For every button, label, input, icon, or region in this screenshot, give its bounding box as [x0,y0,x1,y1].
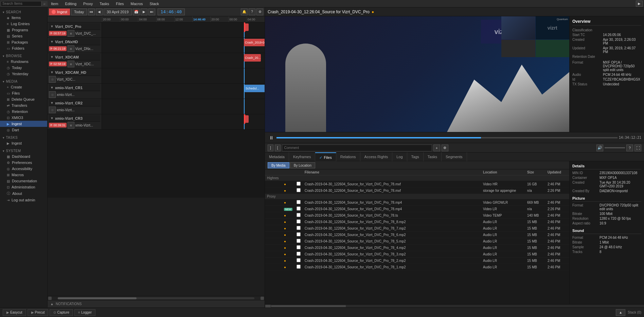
sidebar-item-yesterday[interactable]: ◷Yesterday [0,71,47,77]
sidebar-item-preferences[interactable]: ⚙Preferences [0,160,47,166]
scroll-left-btn[interactable] [265,305,271,307]
sidebar-item-logout[interactable]: ⇥Log out admin [0,197,47,203]
file-checkbox-9[interactable] [297,245,301,249]
sidebar-item-folders[interactable]: ▭Folders [0,45,47,51]
sidebar-section-browse-header[interactable]: BROWSE [0,53,47,59]
file-row-11[interactable]: ● Crash-2019-04-30_122604_Source_for_Viz… [265,257,569,264]
file-row-3[interactable]: NEW Crash-2019-04-30_122604_Source_for_V… [265,206,569,212]
sidebar-section-tasks-header[interactable]: TASKS [0,134,47,140]
sidebar-item-xmio3[interactable]: ⊡XMIO3 [0,115,47,121]
skip-forward-button[interactable]: ⏭ [148,9,155,15]
file-row-7[interactable]: ● Crash-2019-04-30_122604_Source_for_Viz… [265,232,569,238]
back-button[interactable]: ◀ [96,9,103,15]
comment-input[interactable] [282,145,432,151]
sub-tab-by-media[interactable]: By Media [268,162,289,168]
easycut-button[interactable]: ▶ Easycut [3,309,26,316]
stack-collapse-button[interactable]: ▲ [616,309,625,316]
timeline-clips-5[interactable] [102,99,265,114]
sidebar-section-system-header[interactable]: SYSTEM [0,148,47,153]
tab-metadata[interactable]: Metadata [265,152,289,161]
tab-segments[interactable]: Segments [442,152,467,161]
sidebar-section-search-header[interactable]: SEARCH [0,9,47,15]
file-checkbox-11[interactable] [297,258,301,262]
fullscreen-button[interactable]: ⛶ [634,145,641,151]
tab-keyframes[interactable]: Keyframes [289,152,316,161]
menu-item-1[interactable]: Editing [61,0,80,7]
row-group-header-4[interactable]: ▼ xmio-Vizrt_CR1 [49,84,100,91]
file-checkbox-5[interactable] [297,219,301,223]
file-row-9[interactable]: ● Crash-2019-04-30_122604_Source_for_Viz… [265,245,569,251]
sidebar-item-log-entries[interactable]: ≡Log Entries [0,21,47,27]
pause-button[interactable]: ⏸ [268,134,275,141]
today-button[interactable]: Today [71,9,87,15]
file-checkbox-10[interactable] [297,252,301,256]
sidebar-item-programs[interactable]: ▦Programs [0,27,47,33]
precut-button[interactable]: ▶ Precut [28,309,49,316]
sidebar-item-dart[interactable]: ◎Dart [0,127,47,133]
capture-button[interactable]: ⊙ Capture [50,309,73,316]
sidebar-item-dashboard[interactable]: ▦Dashboard [0,153,47,160]
bracket-in-button[interactable]: ] [268,145,273,151]
file-checkbox-6[interactable] [297,226,301,230]
skip-back-button[interactable]: ⏮ [88,9,95,15]
play-button[interactable]: ▶ [141,9,147,15]
clip-2[interactable]: Crash_20... [244,54,261,62]
sidebar-item-series[interactable]: ▤Series [0,33,47,39]
file-checkbox-8[interactable] [297,239,301,243]
sidebar-item-today[interactable]: ◷Today [0,65,47,71]
sidebar-item-accessibility[interactable]: ◎Accessibility [0,166,47,172]
volume-button[interactable]: 🔊 [596,145,603,151]
row-group-header-6[interactable]: ▼ xmio-Vizrt_CR3 [49,115,100,122]
volume-slider[interactable] [605,147,625,148]
timeline-clips-3[interactable] [102,68,265,83]
timeline-clips-1[interactable]: Crash_2019-04-30_12... [102,38,265,53]
sidebar-item-rundowns[interactable]: ≡Rundowns [0,59,47,65]
scroll-h-thumb[interactable] [271,305,346,307]
content-scrollbar[interactable] [265,304,644,307]
file-checkbox-1[interactable] [297,188,301,192]
file-row-0[interactable]: ● Crash-2019-04-30_122604_Source_for_Viz… [265,181,569,187]
info-button[interactable]: ? [626,145,633,151]
timeline-clips-6[interactable] [102,114,265,129]
file-checkbox-4[interactable] [297,213,301,217]
notification-expand-icon[interactable]: ▲ [50,302,54,306]
sidebar-item-files[interactable]: ▭Files [0,90,47,96]
sidebar-item-documentation[interactable]: ▤Documentation [0,178,47,184]
sidebar-item-transfers[interactable]: ⇄Transfers [0,102,47,109]
menu-item-6[interactable]: Stack [146,0,163,7]
scroll-thumb[interactable] [58,297,137,299]
sidebar-item-macros[interactable]: ⊞Macros [0,172,47,178]
file-checkbox-0[interactable] [297,182,301,186]
file-row-12[interactable]: ● Crash-2019-04-30_122604_Source_for_Viz… [265,264,569,270]
row-group-header-0[interactable]: ▼ Vizrt_DVC_Pro [49,23,100,30]
scroll-left-arrow[interactable] [48,297,52,300]
timeline-clips-2[interactable]: Crash_20... [102,53,265,68]
timeline-clips-4[interactable]: Schedul... [102,84,265,99]
row-group-header-2[interactable]: ▼ Vizrt_XDCAM [49,54,100,61]
menu-item-0[interactable]: Item [48,0,61,7]
sidebar-item-create[interactable]: +Create [0,84,47,90]
file-checkbox-3[interactable] [297,206,301,211]
sidebar-item-packages[interactable]: ⊞Packages [0,39,47,45]
calendar-button[interactable]: 📅 [133,9,140,15]
sidebar-item-items[interactable]: ◈Items [0,15,47,21]
file-row-8[interactable]: ● Crash-2019-04-30_122604_Source_for_Viz… [265,238,569,245]
file-checkbox-7[interactable] [297,232,301,236]
tab-log[interactable]: Log [392,152,407,161]
add-comment-button[interactable]: + [433,145,440,151]
menu-item-5[interactable]: Macros [127,0,146,7]
sidebar-item-tasks-ingest[interactable]: ▶Ingest [0,140,47,146]
row-group-header-1[interactable]: ▼ Vizrt_DNxHD [49,38,100,45]
tab-access-rights[interactable]: Access Rights [360,152,393,161]
file-row-10[interactable]: ● Crash-2019-04-30_122604_Source_for_Viz… [265,251,569,257]
bracket-out-button[interactable]: [ [275,145,281,151]
file-row-5[interactable]: ● Crash-2019-04-30_122604_Source_for_Viz… [265,219,569,225]
menu-item-2[interactable]: Proxy [80,0,96,7]
file-row-6[interactable]: ● Crash-2019-04-30_122604_Source_for_Viz… [265,225,569,232]
settings-button[interactable]: ⚙ [256,9,263,15]
sidebar-item-ingest[interactable]: ▶Ingest [0,121,47,127]
search-input[interactable] [1,1,41,6]
timeline-clips-0[interactable] [102,22,265,37]
row-group-header-5[interactable]: ▼ xmio-Vizrt_CR2 [49,100,100,106]
sub-tab-by-location[interactable]: By Location [290,162,315,168]
